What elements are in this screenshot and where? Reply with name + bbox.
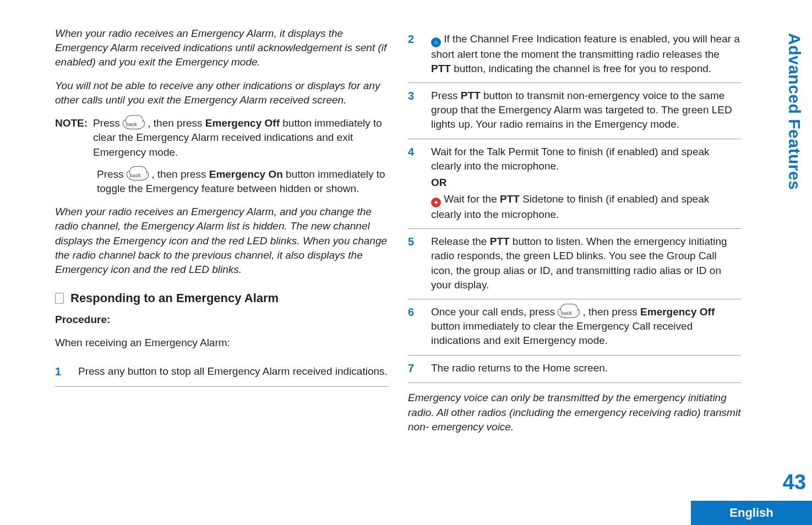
note-label: NOTE:: [55, 116, 88, 160]
step-body: Press any button to stop all Emergency A…: [78, 364, 388, 380]
bold-text: PTT: [490, 236, 510, 247]
text: , then press: [583, 306, 641, 318]
step-7: 7 The radio returns to the Home screen.: [408, 356, 741, 384]
step-1: 1 Press any button to stop all Emergency…: [55, 359, 388, 387]
text: Once your call ends, press: [431, 306, 558, 318]
text: Press: [431, 90, 461, 101]
italic-text: When your radio receives an Emergency Al…: [55, 28, 386, 68]
step-4: 4 Wait for the Talk Permit Tone to finis…: [408, 139, 741, 229]
back-key-icon: [123, 119, 145, 129]
mic-icon: ●: [431, 198, 441, 207]
or-label: OR: [431, 176, 741, 190]
step-number: 7: [408, 361, 421, 376]
italic-text: You will not be able to receive any othe…: [55, 80, 380, 106]
text: Release the: [431, 236, 490, 247]
alt-line: ● Wait for the PTT Sidetone to finish (i…: [431, 192, 741, 222]
procedure-label: Procedure:: [55, 313, 388, 327]
text: button immediately to clear the Emergenc…: [431, 320, 693, 346]
text: Wait for the Talk Permit Tone to finish …: [431, 145, 741, 173]
sidebar: Advanced Features: [777, 0, 812, 525]
step-body: Press PTT button to transmit non-emergen…: [431, 89, 741, 132]
document-icon: [55, 293, 64, 304]
step-3: 3 Press PTT button to transmit non-emerg…: [408, 83, 741, 139]
step-2: 2 ⌂ If the Channel Free Indication featu…: [408, 26, 741, 83]
text: , then press: [148, 117, 205, 129]
procedure-intro: When receiving an Emergency Alarm:: [55, 336, 388, 350]
step-number: 2: [408, 32, 421, 76]
text: Press: [93, 117, 123, 129]
text: Press: [97, 168, 127, 180]
text: If the Channel Free Indication feature i…: [431, 33, 740, 60]
step-body: Once your call ends, press , then press …: [431, 305, 741, 348]
step-body: The radio returns to the Home screen.: [431, 361, 741, 376]
right-column: 2 ⌂ If the Channel Free Indication featu…: [408, 26, 741, 443]
intro-paragraph-2: You will not be able to receive any othe…: [55, 79, 388, 107]
closing-paragraph: Emergency voice can only be transmitted …: [408, 391, 741, 434]
bold-text: PTT: [431, 63, 451, 74]
italic-text: When your radio receives an Emergency Al…: [55, 206, 387, 275]
italic-text: Emergency voice can only be transmitted …: [408, 392, 740, 432]
text: , then press: [151, 168, 209, 180]
page-number: 43: [777, 471, 812, 494]
bold-text: PTT: [500, 193, 520, 205]
step-6: 6 Once your call ends, press , then pres…: [408, 299, 741, 356]
step-5: 5 Release the PTT button to listen. When…: [408, 229, 741, 299]
step-number: 1: [55, 364, 68, 380]
back-key-icon: [558, 308, 580, 318]
step-body: Wait for the Talk Permit Tone to finish …: [431, 145, 741, 222]
bold-text: Emergency Off: [205, 117, 280, 129]
bold-text: Emergency Off: [640, 306, 715, 318]
step-number: 6: [408, 305, 421, 348]
note-body-1: Press , then press Emergency Off button …: [93, 116, 388, 160]
step-body: Release the PTT button to listen. When t…: [431, 234, 741, 292]
note-body-2: Press , then press Emergency On button i…: [97, 167, 388, 196]
language-tab: English: [691, 501, 812, 525]
section-tab-label: Advanced Features: [785, 33, 804, 190]
two-column-layout: When your radio receives an Emergency Al…: [0, 0, 812, 456]
bold-text: PTT: [461, 90, 481, 101]
text: button, indicating the channel is free f…: [451, 63, 711, 74]
bold-text: Emergency On: [209, 168, 283, 180]
section-header: Responding to an Emergency Alarm: [55, 290, 388, 307]
note-block: NOTE: Press , then press Emergency Off b…: [55, 116, 388, 160]
step-number: 3: [408, 89, 421, 132]
behavior-paragraph: When your radio receives an Emergency Al…: [55, 205, 388, 277]
section-title: Responding to an Emergency Alarm: [70, 290, 279, 307]
step-body: ⌂ If the Channel Free Indication feature…: [431, 32, 741, 76]
intro-paragraph-1: When your radio receives an Emergency Al…: [55, 26, 388, 70]
info-icon: ⌂: [431, 37, 441, 47]
text: Wait for the: [444, 193, 500, 205]
step-number: 5: [408, 234, 421, 292]
left-column: When your radio receives an Emergency Al…: [55, 26, 388, 443]
page-root: When your radio receives an Emergency Al…: [0, 0, 812, 525]
step-number: 4: [408, 145, 421, 222]
back-key-icon: [127, 171, 149, 181]
